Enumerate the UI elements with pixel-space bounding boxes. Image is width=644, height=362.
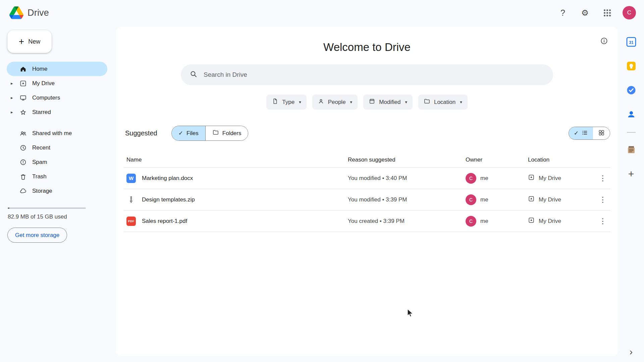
more-options-icon[interactable]: ⋮ (595, 195, 610, 204)
expand-arrow-icon[interactable]: ▸ (11, 81, 19, 86)
get-addons-plus-icon[interactable]: + (624, 167, 638, 181)
table-row[interactable]: W Marketing plan.docx You modified • 3:4… (124, 168, 610, 189)
files-toggle-button[interactable]: ✓ Files (172, 126, 205, 140)
my-drive-icon (528, 217, 535, 225)
reason-suggested: You modified • 3:40 PM (348, 175, 466, 182)
calendar-app-icon[interactable]: 31 (624, 35, 638, 49)
filter-chips: Type ▾ People ▾ Modified ▾ Location ▾ (124, 95, 610, 110)
filter-chip-modified[interactable]: Modified ▾ (363, 95, 413, 110)
sidebar-item-my-drive[interactable]: ▸ My Drive (7, 76, 107, 90)
app-name: Drive (28, 8, 49, 18)
storage-progress-bar (8, 207, 86, 209)
search-input[interactable] (204, 71, 544, 78)
contacts-app-icon[interactable] (624, 107, 638, 121)
location-label: My Drive (539, 196, 561, 203)
side-panel-rail: 31 + › (618, 25, 644, 362)
help-icon[interactable]: ? (556, 6, 570, 19)
top-bar: Drive ? ⚙ C (0, 0, 644, 25)
column-header-name[interactable]: Name (124, 157, 348, 163)
column-header-reason[interactable]: Reason suggested (348, 157, 466, 163)
file-type-icon (272, 98, 278, 106)
my-drive-icon (528, 195, 535, 204)
sidebar-item-home[interactable]: Home (7, 62, 107, 76)
shared-people-icon (19, 129, 28, 137)
sidebar-item-trash[interactable]: Trash (7, 169, 107, 184)
info-icon[interactable] (597, 34, 611, 48)
file-name: Sales report-1.pdf (142, 218, 187, 225)
files-folders-toggle: ✓ Files Folders (171, 126, 249, 141)
check-icon: ✓ (178, 130, 183, 137)
table-row[interactable]: PDF Sales report-1.pdf You created • 3:3… (124, 210, 610, 232)
page-title: Welcome to Drive (124, 41, 610, 54)
drive-logo-icon (9, 6, 23, 19)
suggested-toolbar: Suggested ✓ Files Folders ✓ (124, 126, 610, 141)
my-drive-icon (528, 174, 535, 182)
search-icon (190, 70, 198, 79)
sidebar-item-recent[interactable]: Recent (7, 140, 107, 155)
owner-label: me (480, 196, 488, 203)
svg-text:31: 31 (629, 40, 634, 45)
location-label: My Drive (539, 175, 561, 182)
expand-arrow-icon[interactable]: ▸ (11, 110, 19, 115)
keep-app-icon[interactable] (624, 59, 638, 73)
more-options-icon[interactable]: ⋮ (595, 174, 610, 183)
suggested-label: Suggested (125, 129, 157, 137)
hide-panel-chevron-icon[interactable]: › (630, 347, 633, 357)
apps-grid-icon[interactable] (600, 6, 614, 19)
expand-arrow-icon[interactable]: ▸ (11, 95, 19, 100)
folders-toggle-button[interactable]: Folders (205, 126, 248, 140)
folder-icon (424, 98, 430, 106)
sidebar: + New Home ▸ My Drive ▸ Computers ▸ Star… (0, 25, 116, 362)
reason-suggested: You modified • 3:39 PM (348, 196, 466, 203)
owner-avatar: C (466, 194, 476, 205)
more-options-icon[interactable]: ⋮ (595, 217, 610, 226)
sidebar-item-shared-with-me[interactable]: Shared with me (7, 126, 107, 140)
owner-avatar: C (466, 216, 476, 227)
main-content: Welcome to Drive Type ▾ People ▾ Modifie… (116, 27, 618, 356)
location-label: My Drive (539, 218, 561, 225)
new-button[interactable]: + New (7, 30, 52, 53)
reason-suggested: You created • 3:39 PM (348, 218, 466, 225)
storage-usage-text: 82.9 MB of 15 GB used (8, 214, 116, 220)
cloud-icon (19, 187, 28, 195)
person-icon (318, 98, 324, 106)
notes-addon-icon[interactable] (624, 143, 638, 157)
plus-icon: + (19, 37, 24, 46)
grid-view-button[interactable] (593, 127, 610, 139)
sidebar-item-storage[interactable]: Storage (7, 184, 107, 198)
column-header-owner[interactable]: Owner (466, 157, 528, 163)
recent-clock-icon (19, 144, 28, 152)
zip-file-icon (126, 195, 136, 204)
search-bar[interactable] (181, 64, 553, 85)
sidebar-item-computers[interactable]: ▸ Computers (7, 90, 107, 105)
get-more-storage-button[interactable]: Get more storage (7, 228, 67, 243)
check-icon: ✓ (574, 130, 579, 137)
table-header: Name Reason suggested Owner Location (124, 152, 610, 168)
table-row[interactable]: Design templates.zip You modified • 3:39… (124, 189, 610, 210)
settings-gear-icon[interactable]: ⚙ (578, 6, 592, 19)
owner-label: me (480, 175, 488, 182)
filter-chip-location[interactable]: Location ▾ (418, 95, 468, 110)
filter-chip-type[interactable]: Type ▾ (266, 95, 306, 110)
caret-down-icon: ▾ (460, 100, 462, 105)
list-view-button[interactable]: ✓ (569, 127, 593, 139)
suggested-files-table: Name Reason suggested Owner Location W M… (124, 152, 610, 232)
drive-logo[interactable]: Drive (9, 6, 49, 19)
caret-down-icon: ▾ (350, 100, 353, 105)
caret-down-icon: ▾ (299, 100, 301, 105)
home-icon (19, 65, 28, 73)
file-name: Design templates.zip (142, 196, 195, 203)
calendar-icon (369, 98, 375, 106)
tasks-app-icon[interactable] (624, 83, 638, 97)
owner-label: me (480, 218, 488, 225)
filter-chip-people[interactable]: People ▾ (312, 95, 358, 110)
pdf-file-icon: PDF (126, 217, 136, 226)
sidebar-item-starred[interactable]: ▸ Starred (7, 105, 107, 119)
sidebar-item-spam[interactable]: Spam (7, 155, 107, 169)
star-icon (19, 108, 28, 116)
column-header-location[interactable]: Location (528, 157, 595, 163)
account-avatar[interactable]: C (623, 6, 636, 19)
spam-icon (19, 158, 28, 166)
computers-icon (19, 94, 28, 102)
grid-view-icon (598, 129, 605, 137)
